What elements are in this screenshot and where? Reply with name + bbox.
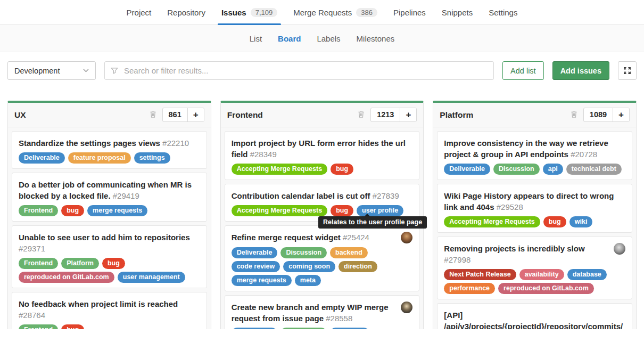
- add-list-button[interactable]: Add list: [502, 61, 544, 80]
- issue-card[interactable]: Import project by URL form error hides t…: [225, 131, 420, 180]
- label-chip[interactable]: bug: [331, 164, 353, 175]
- board-select[interactable]: Development: [7, 61, 96, 80]
- nav-item-label: Project: [127, 8, 152, 17]
- label-chip[interactable]: bug: [543, 216, 566, 227]
- label-chip[interactable]: meta: [295, 275, 321, 286]
- card-title: Do a better job of communicating when MR…: [19, 179, 200, 201]
- label-chip[interactable]: Platform: [61, 258, 99, 269]
- label-chip[interactable]: Frontend: [19, 205, 58, 216]
- label-chip[interactable]: user profile: [357, 205, 403, 216]
- card-title-text: Unable to see user to add him to reposit…: [19, 233, 190, 242]
- issue-card[interactable]: Unable to see user to add him to reposit…: [12, 225, 207, 288]
- assignee-avatar[interactable]: [614, 243, 625, 255]
- label-chip[interactable]: Frontend: [19, 324, 58, 329]
- fullscreen-icon: [623, 67, 631, 75]
- nav-item-pipelines[interactable]: Pipelines: [385, 0, 434, 25]
- label-chip[interactable]: UX ready: [330, 328, 369, 329]
- board-subnav: ListBoardLabelsMilestones: [0, 25, 644, 52]
- assignee-avatar[interactable]: [401, 232, 412, 243]
- issue-id: #20728: [571, 150, 597, 159]
- label-chip[interactable]: wiki: [569, 216, 593, 227]
- label-chip[interactable]: Accepting Merge Requests: [232, 164, 327, 175]
- label-chip[interactable]: code review: [232, 261, 280, 272]
- label-chip[interactable]: Discussion: [280, 247, 327, 258]
- label-chip[interactable]: reproduced on GitLab.com: [19, 272, 114, 283]
- label-chip[interactable]: Deliverable: [232, 247, 278, 258]
- subnav-item-board[interactable]: Board: [270, 34, 309, 43]
- card-title-text: Do a better job of communicating when MR…: [19, 180, 192, 200]
- delete-list-button[interactable]: [358, 110, 365, 120]
- top-navigation: ProjectRepositoryIssues7,109Merge Reques…: [0, 0, 644, 25]
- label-chip[interactable]: bug: [331, 205, 353, 216]
- label-chip[interactable]: technical debt: [566, 164, 622, 175]
- card-top: [API] /api/v3/projects/{projectId}/repos…: [444, 310, 625, 329]
- label-chip[interactable]: api: [543, 164, 563, 175]
- assignee-avatar[interactable]: [401, 302, 412, 313]
- label-chip[interactable]: performance: [444, 283, 495, 294]
- nav-item-settings[interactable]: Settings: [481, 0, 525, 25]
- label-chip[interactable]: Deliverable: [444, 164, 490, 175]
- search-input[interactable]: [123, 66, 488, 76]
- issue-count-pill: 1213+: [370, 108, 417, 122]
- issue-id: #28349: [250, 150, 277, 159]
- board-column-ux: UX861+Standardize the settings pages vie…: [7, 101, 211, 329]
- issue-card[interactable]: Refine merge request widget #25424Delive…: [225, 225, 420, 291]
- subnav-item-milestones[interactable]: Milestones: [349, 34, 403, 43]
- new-issue-button[interactable]: +: [613, 108, 629, 121]
- issue-card[interactable]: Do a better job of communicating when MR…: [12, 173, 207, 222]
- label-chip[interactable]: merge requests: [232, 275, 292, 286]
- label-chip[interactable]: merge requests: [87, 205, 147, 216]
- label-chip[interactable]: settings: [134, 152, 170, 164]
- issue-card[interactable]: Standardize the settings pages views #22…: [12, 131, 207, 169]
- subnav-item-list[interactable]: List: [242, 34, 270, 43]
- label-chip[interactable]: Discussion: [280, 328, 327, 329]
- card-top: Contribution calendar label is cut off #…: [232, 190, 413, 201]
- label-chip[interactable]: Accepting Merge Requests: [232, 205, 327, 216]
- label-chip[interactable]: reproduced on GitLab.com: [498, 283, 594, 294]
- nav-item-repository[interactable]: Repository: [159, 0, 213, 25]
- fullscreen-button[interactable]: [618, 61, 637, 80]
- label-chip[interactable]: database: [567, 269, 607, 280]
- label-chip[interactable]: direction: [338, 261, 377, 272]
- issue-card[interactable]: [API] /api/v3/projects/{projectId}/repos…: [437, 303, 632, 329]
- card-title: Standardize the settings pages views #22…: [19, 137, 200, 149]
- issue-id: #28764: [19, 311, 45, 320]
- delete-list-button[interactable]: [571, 110, 577, 120]
- label-chip[interactable]: user management: [118, 272, 185, 283]
- delete-list-button[interactable]: [150, 110, 156, 120]
- label-chip[interactable]: availability: [519, 269, 564, 280]
- new-issue-button[interactable]: +: [400, 108, 416, 121]
- nav-item-project[interactable]: Project: [119, 0, 160, 25]
- subnav-item-labels[interactable]: Labels: [309, 34, 348, 43]
- issue-card[interactable]: Improve consistency in the way we retrie…: [437, 131, 632, 180]
- label-chip[interactable]: Next Patch Release: [444, 269, 516, 280]
- add-issues-button[interactable]: Add issues: [552, 61, 609, 80]
- issue-card[interactable]: Wiki Page History appears to direct to w…: [437, 184, 632, 233]
- issue-card[interactable]: Removing projects is incredibly slow #27…: [437, 237, 632, 299]
- label-chip[interactable]: Frontend: [19, 258, 58, 269]
- label-chip[interactable]: bug: [61, 324, 84, 329]
- nav-item-label: Snippets: [442, 8, 473, 17]
- label-chip[interactable]: bug: [102, 258, 125, 269]
- label-chip[interactable]: Discussion: [493, 164, 540, 175]
- label-chip[interactable]: Deliverable: [19, 152, 65, 164]
- label-chip[interactable]: bug: [61, 205, 84, 216]
- label-list: Accepting Merge Requestsbugwiki: [444, 216, 625, 227]
- subnav-items: ListBoardLabelsMilestones: [242, 34, 403, 43]
- column-title: Frontend: [227, 110, 358, 120]
- label-chip[interactable]: feature proposal: [68, 152, 131, 164]
- issue-card[interactable]: Create new branch and empty WIP merge re…: [225, 295, 420, 329]
- nav-item-merge-requests[interactable]: Merge Requests386: [285, 0, 385, 25]
- column-title: Platform: [440, 110, 570, 120]
- issue-card[interactable]: No feedback when project limit is reache…: [12, 292, 207, 329]
- issue-id: #27998: [444, 255, 470, 264]
- nav-item-snippets[interactable]: Snippets: [434, 0, 481, 25]
- label-chip[interactable]: Accepting Merge Requests: [444, 216, 540, 227]
- label-chip[interactable]: backend: [330, 247, 368, 258]
- label-chip[interactable]: coming soon: [283, 261, 335, 272]
- trash-icon: [358, 110, 365, 120]
- label-chip[interactable]: Deliverable: [232, 328, 278, 329]
- nav-item-issues[interactable]: Issues7,109: [213, 0, 285, 25]
- board-column-platform: Platform1089+Improve consistency in the …: [433, 101, 637, 329]
- new-issue-button[interactable]: +: [187, 108, 204, 121]
